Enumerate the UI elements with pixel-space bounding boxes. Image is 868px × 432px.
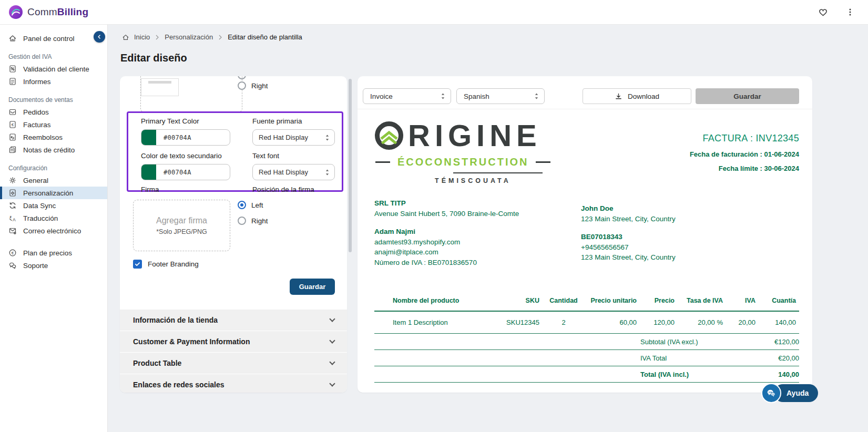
table-row: Item 1 Description SKU12345 2 60,00 120,… bbox=[374, 311, 799, 334]
accordion-store-information[interactable]: Información de la tienda bbox=[120, 310, 347, 331]
checkbox-checked-icon[interactable] bbox=[133, 260, 142, 269]
download-button[interactable]: Download bbox=[583, 88, 691, 104]
cell-quantity: 2 bbox=[543, 311, 585, 334]
primary-font-label: Fuente primaria bbox=[252, 117, 302, 125]
signature-position-right-option[interactable]: Right bbox=[238, 215, 268, 227]
color-swatch[interactable] bbox=[141, 164, 156, 180]
vat-total-row: IVA Total €20,00 bbox=[374, 350, 799, 366]
accordion-product-table[interactable]: Product Table bbox=[120, 353, 347, 374]
select-value: Spanish bbox=[464, 92, 489, 100]
seller-website: adamtest93.myshopify.com bbox=[374, 237, 581, 248]
radio-selected-icon[interactable] bbox=[238, 201, 246, 209]
column-header: SKU bbox=[493, 293, 543, 311]
gear-icon bbox=[8, 176, 17, 184]
brand-name: CommBilling bbox=[27, 6, 88, 18]
language-select[interactable]: Spanish bbox=[456, 88, 545, 104]
primary-font-select[interactable]: Red Hat Display bbox=[252, 129, 335, 146]
sidebar-item-data-sync[interactable]: Data Sync bbox=[0, 199, 107, 212]
seller-contact-name: Adam Najmi bbox=[374, 227, 581, 237]
sidebar-item-notas-de-credito[interactable]: Notas de crédito bbox=[0, 143, 107, 156]
signature-position-left-option[interactable]: Left bbox=[238, 199, 268, 211]
divider bbox=[358, 109, 812, 109]
support-chat-icon bbox=[8, 261, 17, 270]
select-value: Invoice bbox=[370, 92, 393, 100]
editor-save-button[interactable]: Guardar bbox=[290, 279, 335, 295]
sidebar-item-label: Data Sync bbox=[23, 202, 56, 210]
favorites-heart-icon[interactable] bbox=[816, 6, 829, 18]
color-hex-value: #00704A bbox=[164, 134, 191, 141]
chevron-right-icon bbox=[218, 34, 223, 40]
preview-save-button[interactable]: Guardar bbox=[696, 88, 799, 104]
cell-product-name: Item 1 Description bbox=[374, 311, 493, 334]
color-hex-value: #00704A bbox=[164, 169, 191, 176]
sidebar-item-informes[interactable]: Informes bbox=[0, 75, 107, 88]
text-font-select[interactable]: Red Hat Display bbox=[252, 164, 335, 180]
sidebar-collapse-button[interactable] bbox=[94, 31, 105, 43]
sidebar-section-title: Configuración bbox=[0, 164, 107, 172]
primary-text-color-input[interactable]: #00704A bbox=[141, 129, 230, 146]
sidebar-item-correo-electronico[interactable]: Correo electrónico bbox=[0, 224, 107, 237]
customization-icon bbox=[8, 189, 17, 197]
cell-sku: SKU12345 bbox=[493, 311, 543, 334]
help-fab[interactable]: Ayuda bbox=[761, 383, 818, 403]
sidebar-item-facturas[interactable]: € Facturas bbox=[0, 118, 107, 131]
sidebar-item-label: Personalización bbox=[23, 189, 73, 197]
accordion-title: Customer & Payment Information bbox=[133, 337, 250, 346]
breadcrumb-item-personalizacion[interactable]: Personalización bbox=[165, 33, 213, 41]
document-type-select[interactable]: Invoice bbox=[363, 88, 451, 104]
sidebar-item-plan-de-precios[interactable]: € Plan de precios bbox=[0, 246, 107, 259]
highlighted-settings-group: Primary Text Color #00704A Fuente primar… bbox=[127, 111, 343, 192]
sidebar-section-title: Documentos de ventas bbox=[0, 96, 107, 104]
sidebar-item-personalizacion[interactable]: Personalización bbox=[0, 187, 107, 199]
subtotal-row: Subtotal (IVA excl.) €120,00 bbox=[374, 334, 799, 350]
signature-upload-hint: *Solo JPEG/PNG bbox=[156, 228, 207, 235]
secondary-text-color-input[interactable]: #00704A bbox=[141, 164, 230, 180]
svg-text:A: A bbox=[13, 217, 16, 222]
logo-position-right-option[interactable]: Right bbox=[238, 81, 268, 90]
accordion-social-links[interactable]: Enlaces de redes sociales bbox=[120, 374, 347, 393]
sidebar-item-label: Validación del cliente bbox=[23, 65, 89, 73]
grand-total-row: Total (IVA incl.) 140,00 bbox=[374, 366, 799, 383]
accordion-title: Product Table bbox=[133, 359, 181, 367]
buyer-address: 123 Main Street, City, Country bbox=[581, 214, 676, 224]
sidebar-item-soporte[interactable]: Soporte bbox=[0, 259, 107, 272]
sidebar-item-reembolsos[interactable]: Reembolsos bbox=[0, 131, 107, 143]
orders-inbox-icon bbox=[8, 108, 17, 116]
chevron-down-icon bbox=[329, 359, 335, 365]
color-swatch[interactable] bbox=[141, 129, 156, 146]
invoice-euro-icon: € bbox=[8, 120, 17, 129]
subtotal-value: €120,00 bbox=[774, 338, 799, 346]
download-label: Download bbox=[628, 92, 659, 100]
radio-icon[interactable] bbox=[238, 217, 246, 225]
help-chat-icon[interactable] bbox=[761, 383, 781, 403]
radio-label: Right bbox=[251, 217, 268, 225]
seller-vat-number: Número de IVA : BE0701836570 bbox=[374, 258, 581, 268]
home-icon bbox=[8, 34, 17, 43]
radio-icon[interactable] bbox=[238, 81, 246, 90]
refund-icon bbox=[8, 133, 17, 141]
invoice-number: FACTURA : INV12345 bbox=[690, 133, 799, 144]
breadcrumb: Inicio Personalización Editar diseño de … bbox=[122, 33, 302, 41]
sidebar: Panel de control Gestión del IVA Validac… bbox=[0, 25, 108, 432]
breadcrumb-home-icon[interactable] bbox=[122, 34, 129, 41]
signature-label: Firma bbox=[141, 186, 159, 193]
form-panel-scrollbar[interactable] bbox=[349, 79, 352, 252]
kebab-menu-icon[interactable] bbox=[844, 6, 856, 18]
breadcrumb-item-inicio[interactable]: Inicio bbox=[134, 33, 150, 41]
cell-price: 120,00 bbox=[640, 311, 678, 334]
signature-upload-area[interactable]: Agregar firma *Solo JPEG/PNG bbox=[133, 200, 230, 251]
sidebar-item-traduccion[interactable]: z A Traducción bbox=[0, 212, 107, 224]
pricing-euro-icon: € bbox=[8, 249, 17, 257]
subtotal-label: Subtotal (IVA excl.) bbox=[640, 338, 698, 346]
vat-check-icon bbox=[8, 65, 17, 73]
signature-position-label: Posición de la firma bbox=[252, 186, 314, 193]
sidebar-item-validacion-del-cliente[interactable]: Validación del cliente bbox=[0, 63, 107, 75]
sidebar-item-label: Reembolsos bbox=[23, 133, 63, 141]
column-header: Cantidad bbox=[543, 293, 585, 311]
sidebar-item-pedidos[interactable]: Pedidos bbox=[0, 106, 107, 118]
sidebar-item-panel-de-control[interactable]: Panel de control bbox=[0, 32, 107, 45]
accordion-customer-payment-information[interactable]: Customer & Payment Information bbox=[120, 331, 347, 352]
footer-branding-toggle[interactable]: Footer Branding bbox=[133, 260, 199, 269]
buyer-phone: +94565656567 bbox=[581, 242, 676, 253]
sidebar-item-general[interactable]: General bbox=[0, 174, 107, 187]
